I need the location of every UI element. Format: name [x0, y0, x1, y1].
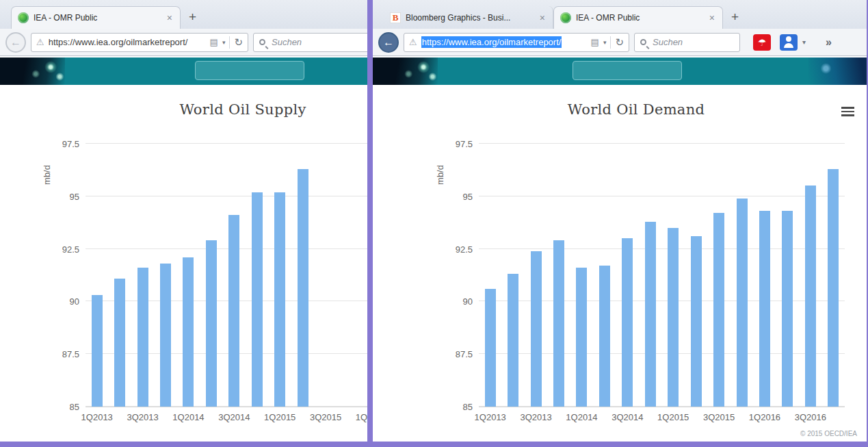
chart-context-menu-icon[interactable]: [841, 107, 854, 118]
avira-addon-icon[interactable]: ☂: [753, 34, 771, 51]
url-bar[interactable]: ⚠ https://www.iea.org/oilmarketreport/ ▤…: [404, 33, 629, 52]
gridline: [86, 143, 367, 144]
reader-mode-icon[interactable]: ▤: [210, 37, 218, 47]
new-tab-button[interactable]: +: [731, 10, 739, 23]
tab-bar: IEA - OMR Public × +: [0, 0, 367, 29]
browser-window-right: B Bloomberg Graphics - Busi... × IEA - O…: [373, 0, 867, 442]
site-header-banner: [373, 58, 867, 85]
bar-3Q2013[interactable]: [531, 251, 542, 407]
tab-bar: B Bloomberg Graphics - Busi... × IEA - O…: [373, 0, 867, 29]
tab-bloomberg[interactable]: B Bloomberg Graphics - Busi... ×: [384, 6, 553, 29]
tab-title: Bloomberg Graphics - Busi...: [406, 13, 534, 23]
divider: [229, 36, 230, 49]
y-axis-tick-label: 87.5: [62, 349, 79, 359]
toolbar-overflow-icon[interactable]: »: [826, 36, 832, 49]
bar-2Q2016[interactable]: [782, 211, 793, 407]
search-icon: [640, 39, 646, 45]
navigation-toolbar: ← ⚠ https://www.iea.org/oilmarketreport/…: [0, 29, 367, 56]
search-input[interactable]: [651, 36, 734, 48]
bar-1Q2014[interactable]: [576, 268, 587, 407]
bar-3Q2016[interactable]: [805, 186, 816, 407]
x-axis-tick-label: 1Q2013: [81, 412, 113, 422]
url-dropdown-icon[interactable]: ▾: [603, 39, 607, 46]
y-axis-label: mb/d: [435, 165, 445, 185]
y-axis-tick-label: 92.5: [456, 244, 473, 254]
chart-title: World Oil Demand: [414, 101, 858, 118]
bar-3Q2014[interactable]: [622, 238, 633, 407]
reader-mode-icon[interactable]: ▤: [591, 37, 599, 47]
webpage-content: World Oil Supply mb/d 8587.59092.59597.5…: [0, 56, 367, 442]
y-axis-tick-label: 85: [463, 402, 473, 412]
y-axis-tick-label: 97.5: [62, 139, 79, 149]
bar-4Q2013[interactable]: [160, 264, 171, 407]
webpage-content: World Oil Demand mb/d 8587.59092.59597.5…: [373, 56, 867, 442]
browser-window-left: IEA - OMR Public × + ← ⚠ https://www.iea…: [0, 0, 367, 442]
bar-4Q2014[interactable]: [645, 222, 656, 407]
tab-iea-omr[interactable]: IEA - OMR Public ×: [553, 6, 723, 29]
bar-2Q2015[interactable]: [691, 236, 702, 407]
search-input[interactable]: [270, 36, 367, 48]
bar-4Q2016[interactable]: [828, 169, 839, 407]
bar-1Q2015[interactable]: [668, 228, 679, 407]
y-axis-tick-label: 95: [70, 191, 79, 201]
plot-area: 8587.59092.59597.51Q20133Q20131Q20143Q20…: [479, 144, 845, 407]
x-axis-tick-label: 3Q2016: [795, 412, 826, 422]
y-axis-tick-label: 85: [70, 402, 79, 412]
account-addon-icon[interactable]: [780, 34, 798, 51]
reload-icon[interactable]: ↻: [615, 36, 624, 49]
x-axis-tick-label: 3Q2015: [703, 412, 735, 422]
header-banner-button[interactable]: [195, 61, 304, 80]
x-axis-tick-label: 3Q2013: [127, 412, 158, 422]
bar-3Q2013[interactable]: [137, 268, 148, 407]
world-oil-supply-chart: World Oil Supply mb/d 8587.59092.59597.5…: [21, 96, 367, 438]
back-button[interactable]: ←: [5, 32, 26, 53]
bar-2Q2014[interactable]: [599, 266, 610, 407]
bar-2Q2015[interactable]: [298, 169, 308, 407]
bar-3Q2015[interactable]: [713, 213, 724, 407]
y-axis-tick-label: 92.5: [62, 244, 79, 254]
back-button[interactable]: ←: [378, 32, 399, 53]
url-bar[interactable]: ⚠ https://www.iea.org/oilmarketreport/ ▤…: [31, 33, 248, 52]
bar-4Q2014[interactable]: [252, 192, 263, 407]
site-security-warning-icon[interactable]: ⚠: [409, 37, 417, 47]
bar-4Q2013[interactable]: [553, 240, 564, 407]
gridline: [86, 353, 367, 354]
gridline: [86, 196, 367, 196]
site-security-warning-icon[interactable]: ⚠: [36, 37, 44, 47]
gridline: [86, 301, 367, 301]
bar-2Q2014[interactable]: [206, 240, 217, 407]
x-axis-tick-label: 1Q2014: [566, 412, 597, 422]
url-text[interactable]: https://www.iea.org/oilmarketreport/: [49, 37, 206, 47]
gridline: [479, 143, 845, 144]
x-axis-tick-label: 1Q2013: [475, 412, 506, 422]
close-tab-icon[interactable]: ×: [708, 12, 716, 24]
url-dropdown-icon[interactable]: ▾: [222, 39, 226, 46]
new-tab-button[interactable]: +: [189, 10, 196, 23]
y-axis-tick-label: 90: [463, 296, 473, 307]
bar-1Q2016[interactable]: [759, 211, 770, 407]
chart-title: World Oil Supply: [21, 101, 367, 118]
bar-4Q2015[interactable]: [737, 199, 748, 407]
close-tab-icon[interactable]: ×: [538, 12, 547, 24]
bar-1Q2014[interactable]: [183, 257, 194, 407]
search-bar[interactable]: [634, 33, 740, 52]
bar-2Q2013[interactable]: [508, 274, 518, 407]
bar-1Q2013[interactable]: [92, 295, 103, 407]
header-banner-button[interactable]: [573, 61, 682, 80]
bar-1Q2015[interactable]: [274, 192, 285, 407]
gridline: [479, 196, 845, 196]
x-axis-tick-label: 3Q2014: [218, 412, 250, 422]
search-bar[interactable]: [253, 33, 367, 52]
header-photo: [373, 58, 438, 85]
bar-1Q2013[interactable]: [485, 289, 496, 407]
url-text-selected[interactable]: https://www.iea.org/oilmarketreport/: [421, 36, 562, 48]
tab-iea-omr[interactable]: IEA - OMR Public ×: [11, 6, 181, 29]
bar-3Q2014[interactable]: [228, 215, 239, 407]
close-tab-icon[interactable]: ×: [166, 12, 174, 24]
world-oil-demand-chart: World Oil Demand mb/d 8587.59092.59597.5…: [414, 96, 858, 438]
iea-favicon: [18, 12, 29, 23]
reload-icon[interactable]: ↻: [234, 36, 243, 49]
search-icon: [259, 39, 265, 45]
addon-dropdown-icon[interactable]: ▾: [802, 38, 806, 46]
bar-2Q2013[interactable]: [114, 279, 125, 407]
